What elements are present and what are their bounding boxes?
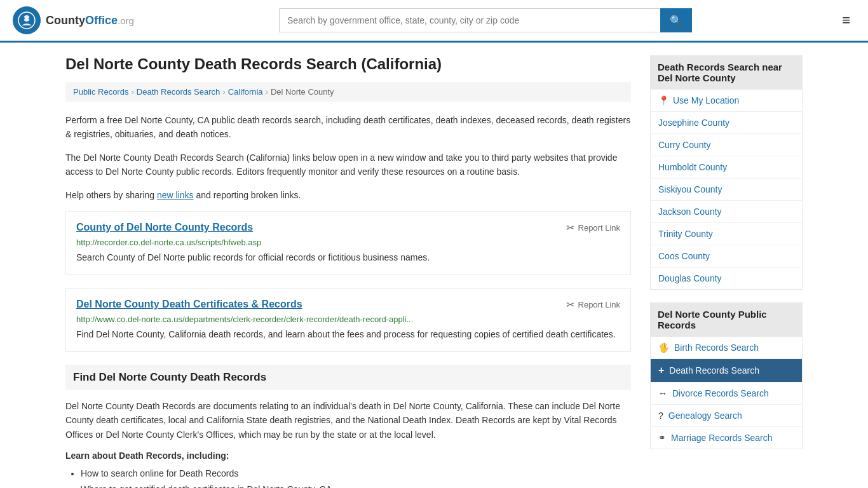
douglas-county-link[interactable]: Douglas County (658, 273, 722, 283)
page-title: Del Norte County Death Records Search (C… (65, 55, 631, 73)
logo-area: CountyOffice.org (13, 6, 134, 34)
marriage-records-link[interactable]: Marriage Records Search (671, 433, 773, 443)
breadcrumb-current: Del Norte County (271, 87, 334, 97)
search-button[interactable]: 🔍 (660, 8, 692, 32)
site-header: CountyOffice.org 🔍 ≡ (0, 0, 868, 43)
list-item-1: How to search online for Death Records (81, 466, 631, 482)
sidebar-record-marriage[interactable]: ⚭ Marriage Records Search (651, 427, 802, 449)
jackson-county-link[interactable]: Jackson County (658, 207, 722, 217)
sidebar-link-siskiyou[interactable]: Siskiyou County (651, 179, 802, 201)
breadcrumb-sep-3: › (266, 87, 268, 97)
svg-point-2 (22, 17, 25, 20)
breadcrumb-california[interactable]: California (228, 87, 263, 97)
death-plus-icon: + (658, 365, 664, 376)
sidebar-link-curry[interactable]: Curry County (651, 134, 802, 156)
marriage-icon: ⚭ (658, 433, 666, 443)
result-header-1: County of Del Norte County Records ✂ Rep… (76, 222, 620, 234)
coos-county-link[interactable]: Coos County (658, 251, 710, 261)
sidebar-record-birth[interactable]: 🖐 Birth Records Search (651, 337, 802, 359)
josephine-county-link[interactable]: Josephine County (658, 118, 729, 128)
sidebar-records-links: 🖐 Birth Records Search + Death Records S… (650, 337, 803, 449)
sidebar-record-death[interactable]: + Death Records Search (651, 359, 802, 383)
result-title-1[interactable]: County of Del Norte County Records (76, 222, 253, 233)
sidebar-record-genealogy[interactable]: ? Genealogy Search (651, 405, 802, 427)
birth-records-link[interactable]: Birth Records Search (674, 342, 759, 353)
result-desc-1: Search County of Del Norte public record… (76, 251, 620, 264)
sidebar-nearby-heading: Death Records Search near Del Norte Coun… (650, 55, 803, 90)
sidebar-link-jackson[interactable]: Jackson County (651, 201, 802, 223)
breadcrumb-death-records[interactable]: Death Records Search (137, 87, 220, 97)
sidebar-record-divorce[interactable]: ↔ Divorce Records Search (651, 383, 802, 405)
report-label-1: Report Link (578, 223, 620, 233)
result-desc-2: Find Del Norte County, California death … (76, 328, 620, 341)
new-links-link[interactable]: new links (157, 190, 194, 200)
search-input[interactable] (279, 8, 660, 32)
search-icon: 🔍 (670, 15, 682, 26)
logo-text: CountyOffice.org (46, 14, 134, 27)
desc3-pre: Help others by sharing (65, 190, 157, 200)
report-icon-2: ✂ (566, 299, 574, 311)
svg-point-3 (29, 17, 31, 20)
desc3-post: and reporting broken links. (194, 190, 301, 200)
sidebar-nearby-section: Death Records Search near Del Norte Coun… (650, 55, 803, 290)
main-container: Del Norte County Death Records Search (C… (53, 43, 815, 488)
result-item-1: County of Del Norte County Records ✂ Rep… (65, 211, 631, 275)
description-2: The Del Norte County Death Records Searc… (65, 151, 631, 179)
find-section-list: How to search online for Death Records W… (81, 466, 631, 488)
report-link-1[interactable]: ✂ Report Link (566, 222, 620, 234)
search-area: 🔍 (279, 8, 692, 32)
result-title-2[interactable]: Del Norte County Death Certificates & Re… (76, 299, 302, 310)
breadcrumb: Public Records › Death Records Search › … (65, 82, 631, 102)
sidebar-link-douglas[interactable]: Douglas County (651, 268, 802, 289)
report-link-2[interactable]: ✂ Report Link (566, 299, 620, 311)
birth-icon: 🖐 (658, 342, 669, 353)
find-section-subheading: Learn about Death Records, including: (65, 451, 631, 461)
trinity-county-link[interactable]: Trinity County (658, 229, 713, 239)
divorce-icon: ↔ (658, 388, 667, 398)
death-records-link[interactable]: Death Records Search (669, 365, 759, 376)
report-icon-1: ✂ (566, 222, 574, 234)
sidebar-link-humboldt[interactable]: Humboldt County (651, 156, 802, 179)
result-header-2: Del Norte County Death Certificates & Re… (76, 299, 620, 311)
sidebar-link-coos[interactable]: Coos County (651, 245, 802, 268)
result-item-2: Del Norte County Death Certificates & Re… (65, 288, 631, 352)
list-item-2: Where to get certified death certificate… (81, 482, 631, 488)
logo-icon (13, 6, 41, 34)
sidebar: Death Records Search near Del Norte Coun… (650, 55, 803, 488)
sidebar-link-josephine[interactable]: Josephine County (651, 112, 802, 134)
humboldt-county-link[interactable]: Humboldt County (658, 162, 727, 172)
breadcrumb-public-records[interactable]: Public Records (73, 87, 128, 97)
find-section-body: Del Norte County Death Records are docum… (65, 399, 631, 442)
siskiyou-county-link[interactable]: Siskiyou County (658, 184, 722, 194)
breadcrumb-sep-1: › (131, 87, 133, 97)
hamburger-icon: ≡ (842, 12, 850, 28)
description-3: Help others by sharing new links and rep… (65, 188, 631, 202)
sidebar-records-heading: Del Norte County Public Records (650, 302, 803, 337)
description-1: Perform a free Del Norte County, CA publ… (65, 113, 631, 142)
sidebar-use-location[interactable]: 📍 Use My Location (651, 90, 802, 112)
curry-county-link[interactable]: Curry County (658, 140, 710, 150)
result-url-2[interactable]: http://www.co.del-norte.ca.us/department… (76, 315, 620, 324)
genealogy-link[interactable]: Genealogy Search (668, 410, 742, 421)
main-content: Del Norte County Death Records Search (C… (65, 55, 631, 488)
breadcrumb-sep-2: › (222, 87, 225, 97)
result-url-1[interactable]: http://recorder.co.del-norte.ca.us/scrip… (76, 238, 620, 247)
sidebar-records-section: Del Norte County Public Records 🖐 Birth … (650, 302, 803, 449)
use-location-link[interactable]: Use My Location (673, 95, 739, 105)
report-label-2: Report Link (578, 300, 620, 309)
location-icon: 📍 (658, 95, 669, 105)
menu-button[interactable]: ≡ (837, 10, 855, 31)
genealogy-icon: ? (658, 410, 663, 421)
sidebar-nearby-links: 📍 Use My Location Josephine County Curry… (650, 90, 803, 290)
sidebar-link-trinity[interactable]: Trinity County (651, 223, 802, 245)
find-section-heading: Find Del Norte County Death Records (65, 365, 631, 390)
divorce-records-link[interactable]: Divorce Records Search (672, 388, 769, 398)
